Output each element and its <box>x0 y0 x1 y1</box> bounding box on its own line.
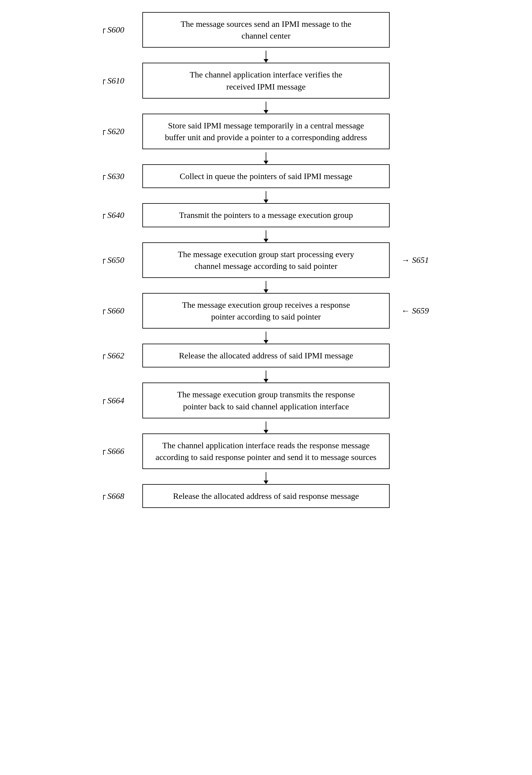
connector-3 <box>85 188 447 203</box>
arrow-down-2 <box>266 152 267 161</box>
step-label-s630: S630 <box>103 171 124 181</box>
step-label-s600: S600 <box>103 25 124 35</box>
step-row-s640: S640Transmit the pointers to a message e… <box>85 203 447 227</box>
step-label-s610: S610 <box>103 76 124 86</box>
connector-6 <box>85 328 447 343</box>
step-row-s668: S668Release the allocated address of sai… <box>85 484 447 508</box>
step-box-s630: Collect in queue the pointers of said IP… <box>142 164 390 188</box>
step-box-s640: Transmit the pointers to a message execu… <box>142 203 390 227</box>
step-row-s630: S630Collect in queue the pointers of sai… <box>85 164 447 188</box>
arrow-down-7 <box>266 370 267 379</box>
step-label-s668: S668 <box>103 491 124 501</box>
step-row-s610: S610The channel application interface ve… <box>85 63 447 98</box>
side-label-s650: →S651 <box>401 255 429 265</box>
step-label-s650: S650 <box>103 255 124 265</box>
connector-9 <box>85 469 447 484</box>
step-row-s666: S666The channel application interface re… <box>85 434 447 469</box>
step-box-s650: The message execution group start proces… <box>142 242 390 278</box>
arrow-down-5 <box>266 281 267 290</box>
connector-7 <box>85 367 447 382</box>
arrow-down-4 <box>266 230 267 239</box>
step-box-s666: The channel application interface reads … <box>142 434 390 469</box>
arrow-down-9 <box>266 472 267 481</box>
step-label-s666: S666 <box>103 447 124 456</box>
step-label-s620: S620 <box>103 127 124 136</box>
step-box-s660: The message execution group receives a r… <box>142 293 390 328</box>
connector-8 <box>85 419 447 434</box>
flowchart: S600The message sources send an IPMI mes… <box>85 12 447 508</box>
step-row-s664: S664The message execution group transmit… <box>85 382 447 418</box>
connector-2 <box>85 149 447 164</box>
arrow-down-1 <box>266 102 267 111</box>
connector-4 <box>85 227 447 242</box>
arrow-down-3 <box>266 191 267 200</box>
step-label-s640: S640 <box>103 210 124 220</box>
arrow-down-6 <box>266 331 267 340</box>
step-label-s664: S664 <box>103 396 124 406</box>
step-box-s610: The channel application interface verifi… <box>142 63 390 98</box>
connector-5 <box>85 278 447 293</box>
step-row-s620: S620Store said IPMI message temporarily … <box>85 114 447 149</box>
step-label-s660: S660 <box>103 306 124 315</box>
step-row-s660: S660The message execution group receives… <box>85 293 447 328</box>
step-label-s662: S662 <box>103 351 124 360</box>
connector-1 <box>85 99 447 114</box>
step-box-s662: Release the allocated address of said IP… <box>142 343 390 367</box>
step-box-s620: Store said IPMI message temporarily in a… <box>142 114 390 149</box>
step-box-s600: The message sources send an IPMI message… <box>142 12 390 48</box>
arrow-down-8 <box>266 422 267 431</box>
step-row-s600: S600The message sources send an IPMI mes… <box>85 12 447 48</box>
step-box-s668: Release the allocated address of said re… <box>142 484 390 508</box>
side-label-s660: ←S659 <box>401 306 429 315</box>
step-row-s650: S650The message execution group start pr… <box>85 242 447 278</box>
arrow-down-0 <box>266 51 267 60</box>
step-row-s662: S662Release the allocated address of sai… <box>85 343 447 367</box>
connector-0 <box>85 48 447 63</box>
step-box-s664: The message execution group transmits th… <box>142 382 390 418</box>
